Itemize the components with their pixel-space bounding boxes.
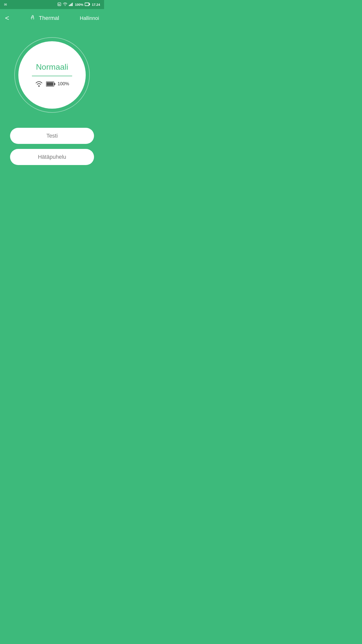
wifi-status-icon (63, 3, 67, 7)
svg-rect-8 (85, 3, 89, 5)
device-info-row: 100% (35, 80, 69, 88)
battery-icon (46, 81, 56, 87)
svg-text:N: N (58, 3, 60, 6)
main-content: Normaali (0, 27, 104, 225)
testi-button[interactable]: Testi (10, 128, 94, 144)
status-bar-left: ✉ (4, 3, 7, 7)
status-divider (32, 76, 72, 76)
nav-bar: < Thermal Hallinnoi (0, 9, 104, 27)
thermal-icon (30, 14, 37, 22)
battery-percent: 100% (58, 81, 69, 87)
circle-inner: Normaali (18, 41, 86, 109)
svg-rect-4 (71, 4, 72, 6)
svg-point-9 (38, 85, 39, 87)
wifi-icon (35, 80, 43, 88)
manage-button[interactable]: Hallinnoi (80, 15, 99, 21)
device-status-label: Normaali (36, 62, 68, 72)
battery-status-icon (85, 3, 90, 7)
svg-rect-12 (47, 82, 53, 86)
svg-rect-7 (89, 4, 90, 5)
svg-rect-3 (70, 4, 71, 6)
hatapuhelu-button[interactable]: Hätäpuhelu (10, 149, 94, 165)
time-display: 17.24 (92, 3, 100, 7)
device-status-circle: Normaali (14, 37, 90, 113)
signal-icon (69, 3, 73, 7)
status-bar-right: N 100% 17.24 (57, 2, 100, 7)
back-button[interactable]: < (5, 15, 9, 22)
svg-rect-2 (69, 5, 70, 6)
mail-icon: ✉ (4, 3, 7, 7)
buttons-section: Testi Hätäpuhelu (8, 128, 97, 165)
nfc-icon: N (57, 2, 61, 7)
nav-title: Thermal (30, 14, 59, 22)
svg-rect-5 (72, 3, 73, 6)
status-bar: ✉ N 100% (0, 0, 104, 9)
svg-rect-11 (54, 83, 55, 85)
page-title: Thermal (39, 15, 59, 21)
battery-display: 100% (46, 81, 69, 87)
battery-percent-status: 100% (75, 3, 83, 7)
